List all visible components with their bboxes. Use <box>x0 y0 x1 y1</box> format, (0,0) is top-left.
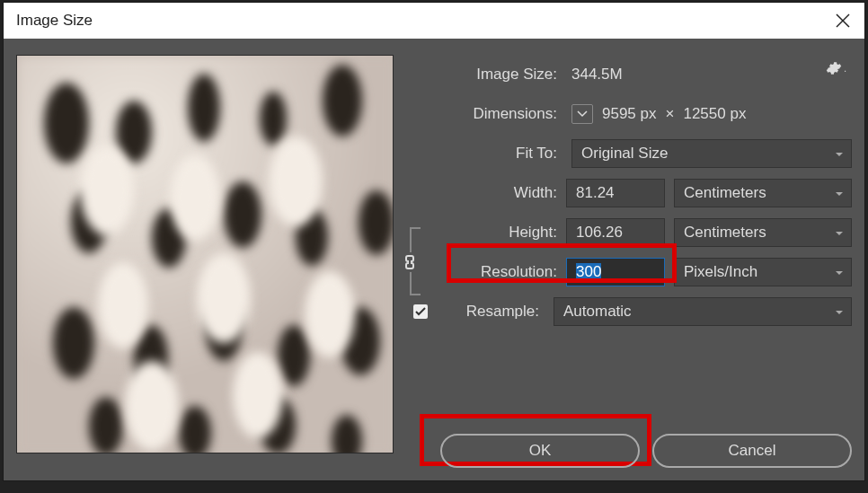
chevron-down-icon <box>835 184 844 202</box>
image-size-dialog: Image Size <box>3 2 865 481</box>
gear-icon[interactable]: . <box>826 60 846 76</box>
ok-button[interactable]: OK <box>440 434 640 468</box>
resample-checkbox[interactable] <box>413 304 428 319</box>
titlebar: Image Size <box>4 3 864 39</box>
value-dim-w: 9595 px <box>602 105 657 123</box>
value-image-size: 344.5M <box>566 66 623 84</box>
width-input[interactable] <box>566 179 665 207</box>
dimensions-unit-dropdown[interactable] <box>571 104 593 124</box>
chevron-down-icon <box>835 145 844 163</box>
label-fit-to: Fit To: <box>433 145 566 163</box>
resolution-unit-select[interactable]: Pixels/Inch <box>674 258 852 286</box>
label-resolution: Resolution: <box>433 263 566 281</box>
chevron-down-icon <box>835 263 844 281</box>
dialog-title: Image Size <box>16 12 93 30</box>
cancel-button[interactable]: Cancel <box>652 434 852 468</box>
label-height: Height: <box>433 224 566 242</box>
height-input[interactable] <box>566 218 665 247</box>
height-unit-select[interactable]: Centimeters <box>674 218 852 247</box>
chevron-down-icon <box>835 303 844 321</box>
value-dim-h: 12550 px <box>683 105 746 123</box>
dim-separator: × <box>666 105 675 123</box>
link-icon <box>401 252 419 272</box>
preview-image <box>16 55 394 453</box>
chevron-down-icon <box>835 224 844 242</box>
fit-to-select[interactable]: Original Size <box>571 139 852 168</box>
label-image-size: Image Size: <box>433 66 566 84</box>
constrain-proportions-link[interactable] <box>410 227 431 295</box>
label-width: Width: <box>433 184 566 202</box>
resolution-input[interactable] <box>566 258 665 286</box>
label-resample: Resample: <box>435 303 548 321</box>
label-dimensions: Dimensions: <box>433 105 566 123</box>
resample-select[interactable]: Automatic <box>554 297 852 326</box>
close-icon[interactable] <box>834 12 852 30</box>
width-unit-select[interactable]: Centimeters <box>674 179 852 207</box>
